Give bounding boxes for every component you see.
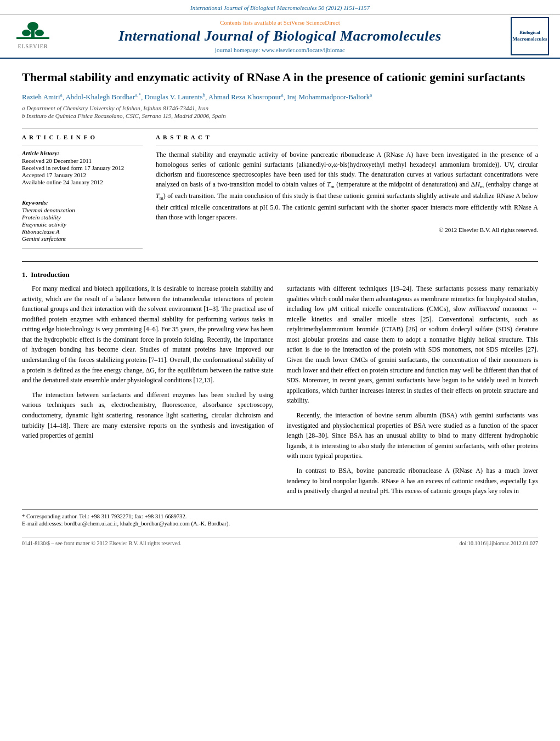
sciverse-line: Contents lists available at SciVerse Sci…: [118, 19, 441, 26]
keywords-label: Keywords:: [22, 199, 143, 206]
affiliations: a Department of Chemistry University of …: [22, 105, 538, 119]
affiliation-a: a Department of Chemistry University of …: [22, 105, 538, 111]
footnote-area: * Corresponding author. Tel.: +98 311 79…: [22, 510, 538, 527]
divider-2: [22, 261, 538, 262]
copyright-strip: 0141-8130/$ – see front matter © 2012 El…: [22, 540, 182, 546]
revised-date: Received in revised form 17 January 2012: [22, 165, 143, 171]
main-content: Thermal stability and enzymatic activity…: [0, 59, 560, 557]
abstract-heading: A B S T R A C T: [156, 134, 538, 140]
keyword-4: Ribonuclease A: [22, 228, 143, 235]
homepage-line: journal homepage: www.elsevier.com/locat…: [118, 47, 441, 53]
divider-info-bottom: [22, 248, 143, 249]
section-label: Introduction: [31, 270, 70, 279]
intro-para-4: Recently, the interaction of bovine seru…: [287, 410, 539, 461]
journal-center: Contents lists available at SciVerse Sci…: [118, 19, 441, 53]
divider-info: [22, 145, 143, 145]
svg-rect-0: [16, 37, 49, 39]
journal-reference: International Journal of Biological Macr…: [190, 4, 370, 11]
elsevier-text: ELSEVIER: [18, 43, 48, 49]
intro-title: 1. Introduction: [22, 270, 538, 279]
bottom-strip: 0141-8130/$ – see front matter © 2012 El…: [22, 538, 538, 546]
top-header: International Journal of Biological Macr…: [0, 0, 560, 15]
available-date: Available online 24 January 2012: [22, 179, 143, 185]
svg-point-2: [27, 22, 38, 31]
received-date: Received 20 December 2011: [22, 157, 143, 164]
journal-logo-text: BiologicalMacromolecules: [513, 30, 547, 42]
abstract-column: A B S T R A C T The thermal stability an…: [156, 134, 538, 253]
intro-para-3: surfactants with different techniques [1…: [287, 284, 539, 406]
divider-abstract: [156, 145, 538, 145]
history-label: Article history:: [22, 150, 143, 156]
intro-col-right: surfactants with different techniques [1…: [287, 284, 539, 501]
body-section: 1. Introduction For many medical and bio…: [22, 270, 538, 501]
keyword-5: Gemini surfactant: [22, 235, 143, 242]
sciverse-link[interactable]: SciVerse ScienceDirect: [284, 19, 340, 26]
doi-line: doi:10.1016/j.ijbiomac.2012.01.027: [459, 540, 538, 546]
footnote-email: E-mail addresses: bordbar@chem.ui.ac.ir,…: [22, 521, 538, 527]
keyword-3: Enzymatic activity: [22, 221, 143, 228]
intro-para-1: For many medical and biotech application…: [22, 284, 274, 386]
accepted-date: Accepted 17 January 2012: [22, 172, 143, 178]
intro-two-col: For many medical and biotech application…: [22, 284, 538, 501]
intro-para-2: The interaction between surfactants and …: [22, 390, 274, 441]
journal-title: International Journal of Biological Macr…: [118, 28, 441, 44]
intro-col-left: For many medical and biotech application…: [22, 284, 274, 501]
footnote-corresponding: * Corresponding author. Tel.: +98 311 79…: [22, 513, 538, 519]
svg-point-3: [22, 30, 31, 36]
authors-line: Razieh Amiria, Abdol-Khalegh Bordbara,*,…: [22, 92, 538, 101]
journal-logo-box: BiologicalMacromolecules: [511, 17, 549, 55]
journal-banner: ELSEVIER Contents lists available at Sci…: [0, 15, 560, 59]
affiliation-b: b Instituto de Química Física Rocasolano…: [22, 112, 538, 119]
keyword-2: Protein stability: [22, 214, 143, 220]
homepage-link[interactable]: www.elsevier.com/locate/ijbiomac: [262, 47, 345, 53]
abstract-text: The thermal stability and enzymatic acti…: [156, 150, 538, 222]
intro-para-5: In contrast to BSA, bovine pancreatic ri…: [287, 466, 539, 496]
article-info-heading: A R T I C L E I N F O: [22, 134, 143, 140]
article-title: Thermal stability and enzymatic activity…: [22, 70, 538, 86]
article-info-abstract: A R T I C L E I N F O Article history: R…: [22, 134, 538, 253]
divider-1: [22, 128, 538, 128]
section-number: 1.: [22, 270, 27, 279]
article-info-column: A R T I C L E I N F O Article history: R…: [22, 134, 143, 253]
svg-point-4: [35, 30, 44, 36]
keyword-1: Thermal denaturation: [22, 207, 143, 213]
elsevier-logo: ELSEVIER: [11, 23, 55, 49]
copyright-abstract: © 2012 Elsevier B.V. All rights reserved…: [156, 227, 538, 233]
elsevier-tree-logo: [11, 23, 55, 42]
